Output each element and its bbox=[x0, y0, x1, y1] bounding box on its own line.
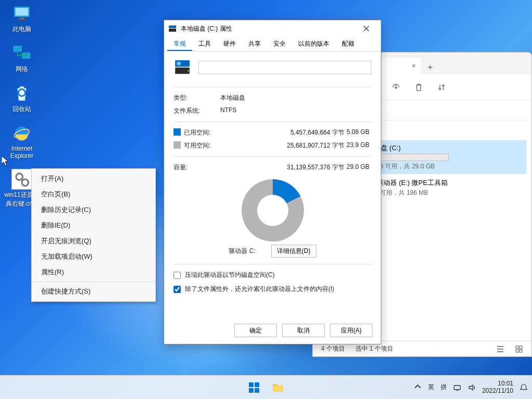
view-grid-icon[interactable] bbox=[515, 345, 523, 353]
delete-icon[interactable] bbox=[414, 82, 424, 92]
new-tab-button[interactable]: ＋ bbox=[423, 60, 437, 74]
index-checkbox-row[interactable]: 除了文件属性外，还允许索引此驱动器上文件的内容(I) bbox=[174, 285, 371, 294]
desktop-icon-this-pc[interactable]: 此电脑 bbox=[3, 3, 41, 34]
tab-hardware[interactable]: 硬件 bbox=[217, 37, 242, 51]
menu-create-shortcut[interactable]: 创建快捷方式(S) bbox=[32, 284, 155, 299]
svg-rect-33 bbox=[177, 62, 181, 65]
view-list-icon[interactable] bbox=[496, 345, 504, 353]
menu-open[interactable]: 打开(A) bbox=[32, 171, 155, 187]
label: 此电脑 bbox=[12, 25, 31, 34]
tab-quota[interactable]: 配额 bbox=[336, 37, 361, 51]
menu-delete-ie[interactable]: 删除IE(D) bbox=[32, 218, 155, 233]
tab-general[interactable]: 常规 bbox=[167, 37, 192, 51]
taskbar-clock[interactable]: 10:01 2022/11/10 bbox=[482, 380, 513, 395]
svg-rect-34 bbox=[175, 68, 190, 74]
compress-label: 压缩此驱动器以节约磁盘空间(C) bbox=[185, 271, 275, 280]
ime-lang1[interactable]: 英 bbox=[428, 383, 434, 392]
menu-separator bbox=[32, 282, 155, 282]
dialog-buttons: 确定 取消 应用(A) bbox=[164, 317, 381, 344]
pc-icon bbox=[11, 3, 32, 24]
cancel-button[interactable]: 取消 bbox=[282, 324, 325, 337]
taskbar-explorer[interactable] bbox=[268, 377, 288, 398]
svg-rect-28 bbox=[516, 350, 518, 352]
svg-rect-27 bbox=[520, 346, 522, 349]
tab-tools[interactable]: 工具 bbox=[192, 37, 217, 51]
share-icon[interactable] bbox=[391, 82, 401, 92]
menu-delete-history[interactable]: 删除历史记录(C) bbox=[32, 202, 155, 218]
network-tray-icon[interactable] bbox=[453, 383, 461, 392]
desktop-icon-recycle-bin[interactable]: 回收站 bbox=[3, 83, 41, 114]
tab-security[interactable]: 安全 bbox=[267, 37, 292, 51]
free-label: 可用空间: bbox=[174, 141, 220, 150]
drive-name-input[interactable] bbox=[198, 61, 371, 74]
svg-rect-30 bbox=[169, 25, 176, 28]
used-label: 已用空间: bbox=[174, 128, 220, 137]
windows-logo-icon bbox=[248, 381, 260, 394]
menu-properties[interactable]: 属性(R) bbox=[32, 264, 155, 280]
menu-blank-page[interactable]: 空白页(B) bbox=[32, 187, 155, 202]
usage-pie-chart bbox=[242, 179, 304, 242]
fs-label: 文件系统: bbox=[174, 107, 220, 115]
tab-sharing[interactable]: 共享 bbox=[242, 37, 267, 51]
compress-checkbox[interactable] bbox=[174, 272, 181, 279]
type-label: 类型: bbox=[174, 94, 220, 102]
capacity-gb: 29.0 GB bbox=[347, 163, 371, 172]
used-bytes: 5,457,649,664 字节 bbox=[220, 128, 347, 137]
tray-overflow-button[interactable] bbox=[414, 382, 422, 392]
drive-properties-dialog: 本地磁盘 (C:) 属性 常规 工具 硬件 共享 安全 以前的版本 配额 类型:… bbox=[164, 20, 381, 344]
start-button[interactable] bbox=[244, 377, 264, 398]
free-bytes: 25,681,907,712 字节 bbox=[220, 141, 347, 150]
svg-rect-26 bbox=[516, 346, 518, 349]
ie-icon bbox=[11, 123, 32, 144]
svg-point-35 bbox=[188, 70, 189, 72]
capacity-bytes: 31,139,557,376 字节 bbox=[220, 163, 347, 172]
free-swatch bbox=[174, 141, 181, 149]
menu-noaddons[interactable]: 无加载项启动(W) bbox=[32, 249, 155, 264]
label: 回收站 bbox=[12, 105, 31, 114]
free-gb: 23.9 GB bbox=[347, 141, 371, 150]
svg-rect-4 bbox=[13, 46, 22, 52]
separator bbox=[174, 87, 371, 87]
taskbar: 英 拼 10:01 2022/11/10 bbox=[0, 375, 532, 399]
svg-rect-31 bbox=[169, 29, 176, 32]
used-swatch bbox=[174, 128, 181, 136]
menu-inprivate[interactable]: 开启无痕浏览(Q) bbox=[32, 233, 155, 249]
system-tray: 英 拼 10:01 2022/11/10 bbox=[414, 380, 532, 395]
ime-lang2[interactable]: 拼 bbox=[441, 383, 447, 392]
dialog-titlebar[interactable]: 本地磁盘 (C:) 属性 bbox=[164, 20, 381, 37]
ok-button[interactable]: 确定 bbox=[234, 324, 277, 337]
svg-rect-29 bbox=[520, 350, 522, 352]
sort-icon[interactable] bbox=[436, 82, 447, 92]
space-grid: 已用空间: 5,457,649,664 字节 5.08 GB 可用空间: 25,… bbox=[174, 128, 371, 150]
used-gb: 5.08 GB bbox=[347, 128, 371, 137]
index-label: 除了文件属性外，还允许索引此驱动器上文件的内容(I) bbox=[185, 285, 334, 294]
details-button[interactable]: 详细信息(D) bbox=[271, 245, 316, 258]
status-item-count: 4 个项目 bbox=[321, 344, 345, 353]
svg-rect-1 bbox=[16, 8, 29, 16]
separator bbox=[174, 122, 371, 122]
chevron-up-icon bbox=[414, 382, 422, 391]
folder-icon bbox=[271, 381, 285, 394]
volume-icon[interactable] bbox=[468, 383, 476, 392]
compress-checkbox-row[interactable]: 压缩此驱动器以节约磁盘空间(C) bbox=[174, 271, 371, 280]
label: 网络 bbox=[16, 65, 28, 74]
tab-previous-versions[interactable]: 以前的版本 bbox=[292, 37, 336, 51]
desktop-icon-ie[interactable]: Internet Explorer bbox=[3, 123, 41, 159]
svg-point-9 bbox=[22, 179, 29, 186]
apply-button[interactable]: 应用(A) bbox=[330, 324, 373, 337]
network-icon bbox=[11, 43, 32, 64]
svg-rect-40 bbox=[454, 385, 460, 390]
dialog-title: 本地磁盘 (C:) 属性 bbox=[181, 24, 232, 33]
index-checkbox[interactable] bbox=[174, 286, 181, 293]
close-button[interactable] bbox=[356, 21, 377, 36]
desktop-icon-network[interactable]: 网络 bbox=[3, 43, 41, 74]
cursor-icon bbox=[2, 156, 10, 166]
time: 10:01 bbox=[482, 380, 513, 388]
svg-point-8 bbox=[16, 174, 23, 180]
notification-icon[interactable] bbox=[520, 383, 528, 392]
tab-close-button[interactable]: × bbox=[412, 62, 416, 70]
separator bbox=[174, 264, 371, 264]
svg-rect-2 bbox=[19, 18, 24, 19]
capacity-grid: 容量: 31,139,557,376 字节 29.0 GB bbox=[174, 163, 371, 172]
properties-body: 类型: 本地磁盘 文件系统: NTFS 已用空间: 5,457,649,664 … bbox=[164, 51, 381, 317]
